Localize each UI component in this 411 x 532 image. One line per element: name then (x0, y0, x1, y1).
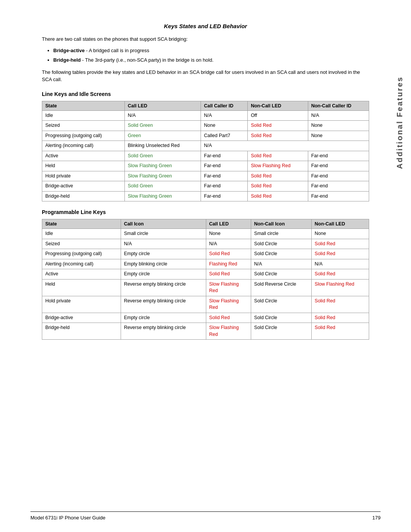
t2-state: Active (42, 269, 121, 280)
table1-th-call-caller-id: Call Caller ID (201, 101, 248, 110)
t2-call-led: Solid Red (206, 313, 251, 323)
t2-call-icon: Empty circle (121, 269, 206, 280)
t1-non-call-led: Solid Red (248, 121, 308, 131)
footer: Model 6731i IP Phone User Guide 179 (30, 511, 381, 521)
t1-state: Held (42, 161, 125, 171)
t2-non-call-icon: Sold Circle (251, 239, 311, 249)
table2: State Call Icon Call LED Non-Call Icon N… (42, 219, 369, 340)
t1-state: Active (42, 151, 125, 161)
t2-call-icon: Reverse empty blinking circle (121, 296, 206, 313)
t2-non-call-icon: Sold Circle (251, 323, 311, 340)
table2-row: Bridge-held Reverse empty blinking circl… (42, 323, 369, 340)
t1-call-caller-id: N/A (201, 110, 248, 121)
t2-call-icon: Empty circle (121, 249, 206, 259)
t2-non-call-led: Solid Red (311, 296, 369, 313)
table1-row: Held Slow Flashing Green Far-end Slow Fl… (42, 161, 369, 171)
table2-body: Idle Small circle None Small circle None… (42, 229, 369, 340)
t2-call-led: Flashing Red (206, 259, 251, 269)
t1-call-caller-id: Far-end (201, 161, 248, 171)
t1-call-led: Blinking Unselected Red (124, 141, 201, 151)
bullet-bold-1: Bridge-active (53, 48, 84, 53)
t1-call-led: Solid Green (124, 181, 201, 192)
t1-call-caller-id: Far-end (201, 151, 248, 161)
table2-row: Active Empty circle Solid Red Sold Circl… (42, 269, 369, 280)
sidebar-label: Additional Features (395, 76, 404, 169)
t2-non-call-icon: Small circle (251, 229, 311, 239)
t2-call-icon: Small circle (121, 229, 206, 239)
t1-call-led: Slow Flashing Green (124, 171, 201, 181)
t1-state: Bridge-active (42, 181, 125, 192)
table1-row: Seized Solid Green None Solid Red None (42, 121, 369, 131)
table2-title: Programmable Line Keys (42, 209, 369, 215)
intro-text: There are two call states on the phones … (42, 35, 369, 43)
t2-non-call-icon: Sold Circle (251, 249, 311, 259)
description-text: The following tables provide the key sta… (42, 69, 369, 83)
t2-state: Alerting (incoming call) (42, 259, 121, 269)
table2-th-state: State (42, 219, 121, 229)
section-title: Keys States and LED Behavior (42, 23, 369, 29)
t1-call-led: Green (124, 131, 201, 141)
t2-call-led: Slow FlashingRed (206, 323, 251, 340)
t2-state: Bridge-held (42, 323, 121, 340)
t1-state: Idle (42, 110, 125, 121)
table2-th-non-call-icon: Non-Call Icon (251, 219, 311, 229)
t1-call-caller-id: None (201, 121, 248, 131)
page-content: Keys States and LED Behavior There are t… (42, 23, 369, 340)
table1-header-row: State Call LED Call Caller ID Non-Call L… (42, 101, 369, 110)
t1-non-call-led: Slow Flashing Red (248, 161, 308, 171)
t2-call-icon: Reverse empty blinking circle (121, 323, 206, 340)
t1-non-call-led: Solid Red (248, 181, 308, 192)
t2-non-call-icon: Sold Circle (251, 269, 311, 280)
bullet-list: Bridge-active - A bridged call is in pro… (53, 47, 369, 64)
t2-non-call-led: Slow Flashing Red (311, 279, 369, 296)
t1-call-caller-id: Far-end (201, 191, 248, 201)
t2-call-led: N/A (206, 239, 251, 249)
bullet-text-1: - A bridged call is in progress (86, 48, 149, 53)
t1-call-caller-id: Called Part7 (201, 131, 248, 141)
t1-non-call-caller-id: Far-end (308, 151, 369, 161)
table1-body: Idle N/A N/A Off N/A Seized Solid Green … (42, 110, 369, 201)
t2-non-call-icon: N/A (251, 259, 311, 269)
table2-th-call-icon: Call Icon (121, 219, 206, 229)
t1-non-call-caller-id: Far-end (308, 181, 369, 192)
t1-state: Bridge-held (42, 191, 125, 201)
table2-th-non-call-led: Non-Call LED (311, 219, 369, 229)
t2-call-icon: Empty circle (121, 313, 206, 323)
table1-th-non-call-led: Non-Call LED (248, 101, 308, 110)
t1-state: Alerting (incoming call) (42, 141, 125, 151)
t1-non-call-led: Solid Red (248, 131, 308, 141)
t1-call-led: Solid Green (124, 151, 201, 161)
t2-non-call-icon: Sold Circle (251, 313, 311, 323)
t2-non-call-led: N/A (311, 259, 369, 269)
t1-call-led: Solid Green (124, 121, 201, 131)
t1-non-call-led: Solid Red (248, 151, 308, 161)
table2-row: Progressing (outgoing call) Empty circle… (42, 249, 369, 259)
t2-state: Progressing (outgoing call) (42, 249, 121, 259)
t1-state: Hold private (42, 171, 125, 181)
table2-row: Alerting (incoming call) Empty blinking … (42, 259, 369, 269)
t1-non-call-led: Off (248, 110, 308, 121)
t2-call-led: Solid Red (206, 249, 251, 259)
t1-call-caller-id: Far-end (201, 181, 248, 192)
t1-non-call-led: Solid Red (248, 171, 308, 181)
t1-non-call-caller-id: None (308, 121, 369, 131)
t1-call-led: Slow Flashing Green (124, 191, 201, 201)
t1-non-call-caller-id: Far-end (308, 171, 369, 181)
t2-non-call-led: Solid Red (311, 313, 369, 323)
table1-row: Bridge-active Solid Green Far-end Solid … (42, 181, 369, 192)
table1-row: Bridge-held Slow Flashing Green Far-end … (42, 191, 369, 201)
table1-th-call-led: Call LED (124, 101, 201, 110)
t2-call-led: Solid Red (206, 269, 251, 280)
t2-non-call-led: Solid Red (311, 269, 369, 280)
t1-call-led: Slow Flashing Green (124, 161, 201, 171)
table1: State Call LED Call Caller ID Non-Call L… (42, 101, 369, 202)
t2-non-call-icon: Sold Circle (251, 296, 311, 313)
table1-row: Idle N/A N/A Off N/A (42, 110, 369, 121)
table1-row: Active Solid Green Far-end Solid Red Far… (42, 151, 369, 161)
t2-non-call-led: Solid Red (311, 239, 369, 249)
bullet-bold-2: Bridge-held (53, 57, 81, 63)
table1-th-non-call-caller-id: Non-Call Caller ID (308, 101, 369, 110)
table1-th-state: State (42, 101, 125, 110)
t2-call-icon: N/A (121, 239, 206, 249)
table1-row: Hold private Slow Flashing Green Far-end… (42, 171, 369, 181)
